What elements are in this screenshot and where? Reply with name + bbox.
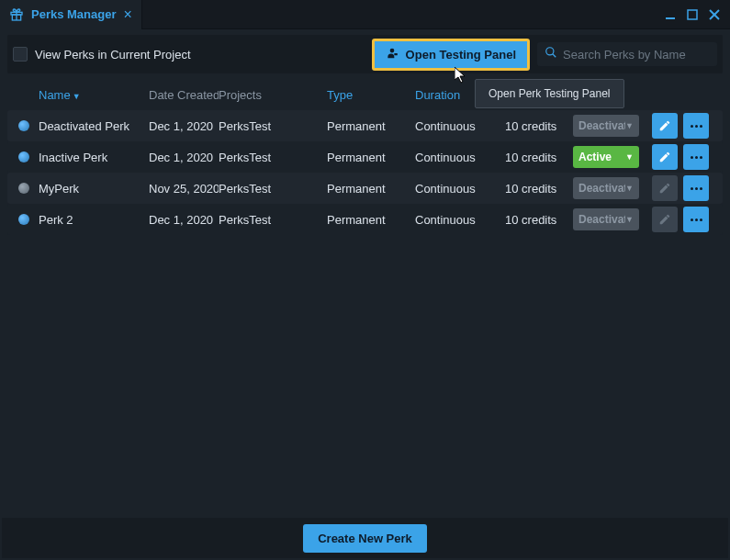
ellipsis-icon [691,218,702,221]
cell-projects: PerksTest [219,213,327,227]
status-dropdown[interactable]: Deactivated▼ [573,177,639,199]
cell-price: 10 credits [505,119,573,133]
tab-title: Perks Manager [31,7,117,21]
svg-rect-4 [688,10,697,19]
status-dropdown[interactable]: Deactivated▼ [573,208,639,230]
cell-duration: Continuous [415,119,505,133]
chevron-down-icon: ▼ [625,184,634,193]
toolbar: View Perks in Current Project Open Testi… [7,35,723,73]
cell-type: Permanent [327,151,415,164]
svg-rect-8 [394,53,398,55]
cell-price: 10 credits [505,182,573,196]
testing-icon [386,47,399,62]
table-row: MyPerkNov 25, 2020PerksTestPermanentCont… [7,173,723,204]
open-testing-panel-button[interactable]: Open Testing Panel [372,39,530,71]
open-testing-label: Open Testing Panel [406,48,516,62]
ellipsis-icon [691,125,702,128]
svg-point-7 [389,48,394,52]
cell-price: 10 credits [505,151,573,164]
cell-duration: Continuous [415,151,505,164]
table-row: Perk 2Dec 1, 2020PerksTestPermanentConti… [7,204,723,235]
status-dot-icon [18,120,29,131]
status-dot-icon [18,214,29,225]
edit-button[interactable] [652,207,678,232]
cell-name: Deactivated Perk [39,119,149,133]
status-dot-icon [18,183,29,194]
ellipsis-icon [691,187,702,190]
status-dropdown[interactable]: Deactivated▼ [573,115,639,137]
more-button[interactable] [683,113,709,139]
col-projects[interactable]: Projects [219,88,327,102]
tab-bar: Perks Manager × [0,0,730,29]
view-current-project-label: View Perks in Current Project [35,48,191,62]
tooltip: Open Perk Testing Panel [475,79,624,108]
search-icon [545,46,557,62]
perks-table: Name▼ Date Created Projects Type Duratio… [0,79,730,518]
svg-line-10 [553,54,556,58]
table-row: Inactive PerkDec 1, 2020PerksTestPermane… [7,141,723,173]
ellipsis-icon [691,156,702,159]
col-date[interactable]: Date Created [149,88,219,102]
window-controls [664,8,730,21]
col-type[interactable]: Type [327,88,415,102]
chevron-down-icon: ▼ [625,152,634,162]
gift-icon [9,7,24,22]
table-row: Deactivated PerkDec 1, 2020PerksTestPerm… [7,110,723,141]
tab-perks-manager[interactable]: Perks Manager × [0,0,142,29]
search-input[interactable] [563,48,710,62]
maximize-icon[interactable] [686,8,699,21]
footer: Create New Perk [2,518,728,558]
cell-type: Permanent [327,213,415,227]
cell-projects: PerksTest [219,151,327,164]
cell-date: Dec 1, 2020 [149,119,219,133]
minimize-icon[interactable] [664,8,677,21]
chevron-down-icon: ▼ [625,121,634,130]
perks-manager-window: Perks Manager × View Perks in Current Pr… [0,0,730,560]
cell-type: Permanent [327,119,415,133]
more-button[interactable] [683,144,709,170]
sort-caret-icon: ▼ [73,92,81,101]
edit-button[interactable] [652,113,678,139]
view-current-project-checkbox[interactable] [13,47,28,62]
cell-projects: PerksTest [219,182,327,196]
close-icon[interactable]: × [124,6,132,23]
cell-duration: Continuous [415,182,505,196]
edit-button[interactable] [652,144,678,170]
status-dropdown[interactable]: Active▼ [573,146,639,168]
cell-name: Perk 2 [39,213,149,227]
cell-type: Permanent [327,182,415,196]
close-window-icon[interactable] [708,8,721,21]
cell-name: MyPerk [39,182,149,196]
cell-date: Nov 25, 2020 [149,182,219,196]
cell-price: 10 credits [505,213,573,227]
cell-name: Inactive Perk [39,151,149,164]
cell-projects: PerksTest [219,119,327,133]
search-wrap [537,42,717,66]
cell-date: Dec 1, 2020 [149,151,219,164]
cell-duration: Continuous [415,213,505,227]
cell-date: Dec 1, 2020 [149,213,219,227]
more-button[interactable] [683,175,709,201]
status-dot-icon [18,151,29,162]
edit-button[interactable] [652,175,678,201]
chevron-down-icon: ▼ [625,215,634,224]
col-name[interactable]: Name▼ [39,88,149,102]
svg-point-9 [546,48,554,55]
more-button[interactable] [683,207,709,232]
create-new-perk-button[interactable]: Create New Perk [303,524,427,553]
